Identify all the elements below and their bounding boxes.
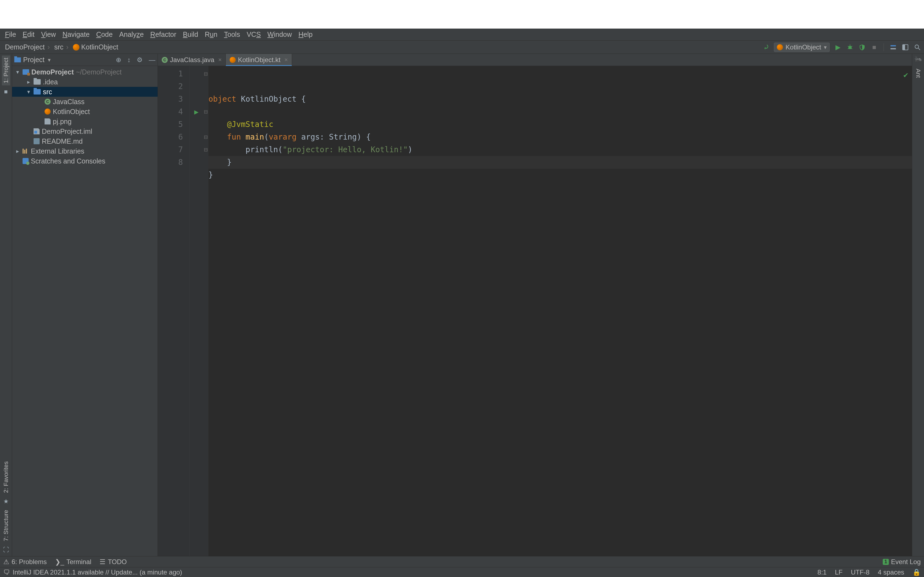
folder-icon bbox=[34, 79, 41, 85]
locate-icon[interactable]: ⊕ bbox=[116, 56, 121, 64]
git-icon[interactable] bbox=[889, 44, 897, 51]
breadcrumb-src-label: src bbox=[54, 43, 63, 51]
fold-marker[interactable]: ⊟ bbox=[203, 105, 208, 118]
project-tool-window: Project ▾ ⊕ ↕ ⚙ — ▾ DemoProject ~/DemoPr… bbox=[12, 54, 158, 556]
tree-node-project-root[interactable]: ▾ DemoProject ~/DemoProject bbox=[12, 67, 158, 77]
toolwindow-tab-favorites[interactable]: 2: Favorites bbox=[2, 459, 10, 495]
chevron-right-icon[interactable]: ▸ bbox=[26, 79, 31, 85]
gear-icon[interactable]: ⚙ bbox=[137, 56, 143, 64]
line-number: 6 bbox=[158, 131, 183, 143]
toolwindow-tab-ant[interactable]: Ant bbox=[914, 66, 922, 80]
code-text[interactable]: object KotlinObject { @JvmStatic fun mai… bbox=[208, 66, 912, 556]
line-numbers: 1 2 3 4 5 6 7 8 bbox=[158, 66, 189, 556]
tree-node-src[interactable]: ▾ src bbox=[12, 87, 158, 97]
fold-gutter: ⊟ ⊟ ⊟ ⊟ bbox=[203, 66, 208, 556]
coverage-button[interactable] bbox=[858, 44, 866, 51]
menu-edit[interactable]: Edit bbox=[19, 29, 38, 40]
library-icon bbox=[23, 149, 29, 153]
module-icon bbox=[23, 69, 29, 75]
token-text: } bbox=[208, 158, 231, 167]
chevron-down-icon[interactable]: ▾ bbox=[26, 89, 31, 95]
tree-node-iml[interactable]: ▸ DemoProject.iml bbox=[12, 126, 158, 136]
fold-marker[interactable]: ⊟ bbox=[203, 131, 208, 143]
chevron-down-icon: ▾ bbox=[48, 56, 51, 63]
project-view-selector[interactable]: Project ▾ bbox=[14, 56, 51, 64]
left-toolwindow-bar: 1: Project ■ 2: Favorites ★ 7: Structure… bbox=[0, 54, 12, 556]
menu-help[interactable]: Help bbox=[295, 29, 316, 40]
fold-marker[interactable]: ⊟ bbox=[203, 143, 208, 156]
toolwindow-tab-eventlog[interactable]: 1 Event Log bbox=[883, 558, 921, 566]
menu-code[interactable]: Code bbox=[93, 29, 116, 40]
kotlin-icon bbox=[229, 57, 236, 63]
line-number: 4 bbox=[158, 105, 183, 118]
chevron-right-icon[interactable]: ▸ bbox=[15, 148, 20, 155]
fold-marker[interactable]: ⊟ bbox=[203, 68, 208, 80]
line-number: 1 bbox=[158, 68, 183, 80]
chevron-down-icon: ▾ bbox=[824, 44, 827, 50]
expand-all-icon[interactable]: ↕ bbox=[127, 56, 131, 64]
tree-node-scratches[interactable]: ▸ Scratches and Consoles bbox=[12, 156, 158, 166]
editor-tab-kotlinobject[interactable]: KotlinObject.kt × bbox=[226, 54, 292, 66]
token-text: } bbox=[208, 170, 213, 179]
breadcrumb-project[interactable]: DemoProject bbox=[3, 43, 52, 52]
status-message[interactable]: 🗨 IntelliJ IDEA 2021.1.1 available // Up… bbox=[3, 569, 182, 576]
indent-config[interactable]: 4 spaces bbox=[878, 569, 904, 576]
project-view-label: Project bbox=[23, 56, 45, 64]
file-encoding[interactable]: UTF-8 bbox=[851, 569, 869, 576]
menu-view[interactable]: View bbox=[38, 29, 59, 40]
menu-run[interactable]: Run bbox=[202, 29, 221, 40]
source-folder-icon bbox=[34, 89, 41, 95]
toolwindow-tab-terminal[interactable]: ❯_ Terminal bbox=[55, 558, 91, 566]
toolwindow-tab-problems[interactable]: ⚠ 6: Problems bbox=[3, 558, 47, 566]
inspection-status-icon[interactable]: ✔ bbox=[903, 69, 908, 81]
menu-build[interactable]: Build bbox=[179, 29, 202, 40]
code-area[interactable]: 1 2 3 4 5 6 7 8 ▶ ⊟ bbox=[158, 66, 912, 556]
tree-label-javaclass: JavaClass bbox=[53, 98, 84, 106]
tree-label-external-libs: External Libraries bbox=[31, 147, 84, 155]
ide-settings-icon[interactable] bbox=[901, 44, 909, 51]
breadcrumb-file[interactable]: KotlinObject bbox=[71, 43, 123, 51]
breadcrumb-src[interactable]: src bbox=[52, 43, 71, 52]
close-icon[interactable]: × bbox=[284, 56, 288, 63]
toolwindow-tab-project[interactable]: 1: Project bbox=[2, 55, 10, 85]
run-button[interactable]: ▶ bbox=[834, 44, 842, 51]
lock-icon[interactable]: 🔒 bbox=[913, 569, 921, 576]
terminal-label: Terminal bbox=[66, 558, 91, 566]
run-line-marker[interactable]: ▶ bbox=[190, 105, 203, 118]
search-everywhere-icon[interactable] bbox=[914, 44, 921, 51]
svg-line-11 bbox=[918, 48, 920, 50]
toolwindow-tab-structure[interactable]: 7: Structure bbox=[2, 508, 10, 543]
tree-node-kotlinobject[interactable]: ▸ KotlinObject bbox=[12, 106, 158, 116]
hide-icon[interactable]: — bbox=[149, 56, 155, 64]
menu-tools[interactable]: Tools bbox=[221, 29, 243, 40]
kotlin-icon bbox=[73, 44, 79, 50]
right-toolwindow-bar: 🐜 Ant bbox=[912, 54, 924, 556]
tree-node-javaclass[interactable]: ▸ C JavaClass bbox=[12, 97, 158, 106]
event-log-label: Event Log bbox=[891, 558, 921, 566]
tree-node-pjpng[interactable]: ▸ pj.png bbox=[12, 116, 158, 126]
toolwindow-tab-todo[interactable]: ☰ TODO bbox=[100, 558, 127, 566]
status-message-text: IntelliJ IDEA 2021.1.1 available // Upda… bbox=[13, 569, 182, 576]
token-text: ( bbox=[264, 132, 269, 142]
run-config-selector[interactable]: KotlinObject ▾ bbox=[774, 43, 830, 52]
debug-button[interactable] bbox=[846, 44, 854, 51]
menu-file[interactable]: File bbox=[2, 29, 19, 40]
tree-node-idea[interactable]: ▸ .idea bbox=[12, 77, 158, 87]
tree-node-readme[interactable]: ▸ README.md bbox=[12, 136, 158, 146]
caret-position[interactable]: 8:1 bbox=[817, 569, 827, 576]
event-log-badge: 1 bbox=[883, 559, 889, 565]
close-icon[interactable]: × bbox=[218, 56, 222, 63]
menu-window[interactable]: Window bbox=[264, 29, 295, 40]
menu-navigate[interactable]: Navigate bbox=[59, 29, 93, 40]
menu-analyze[interactable]: Analyze bbox=[116, 29, 147, 40]
todo-label: TODO bbox=[108, 558, 127, 566]
menu-refactor[interactable]: Refactor bbox=[147, 29, 180, 40]
menu-vcs[interactable]: VCS bbox=[243, 29, 264, 40]
tree-node-external-libraries[interactable]: ▸ External Libraries bbox=[12, 146, 158, 156]
chevron-down-icon[interactable]: ▾ bbox=[15, 69, 20, 75]
project-tree[interactable]: ▾ DemoProject ~/DemoProject ▸ .idea ▾ sr… bbox=[12, 66, 158, 556]
line-separator[interactable]: LF bbox=[835, 569, 843, 576]
bookmark-icon[interactable]: ■ bbox=[4, 88, 8, 95]
build-icon[interactable]: ⤾ bbox=[762, 42, 771, 53]
editor-tab-javaclass[interactable]: C JavaClass.java × bbox=[158, 54, 226, 66]
